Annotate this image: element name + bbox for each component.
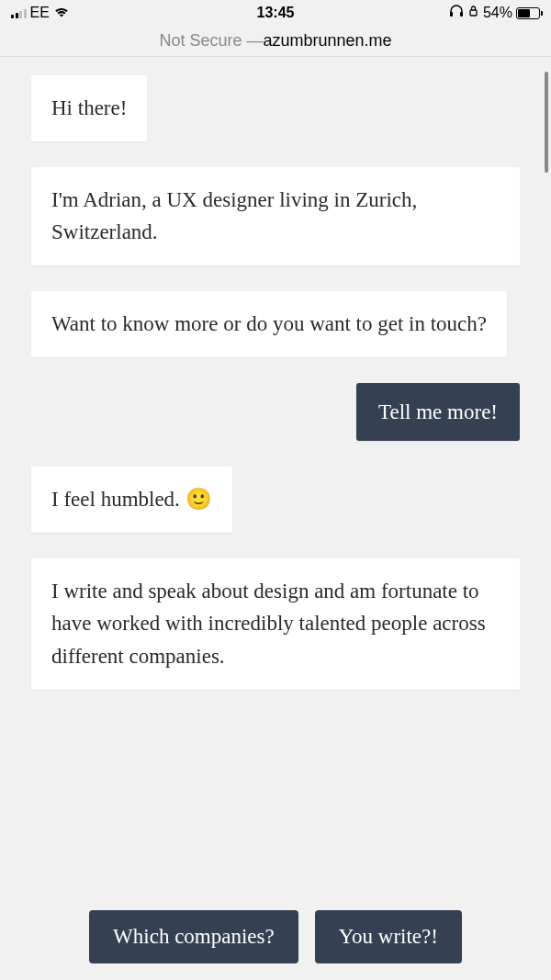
headphones-icon xyxy=(449,5,464,21)
reply-actions: Which companies? You write?! xyxy=(0,910,551,963)
battery-icon xyxy=(516,7,540,19)
which-companies-button[interactable]: Which companies? xyxy=(89,910,298,963)
carrier-label: EE xyxy=(30,5,50,21)
status-bar: EE 13:45 54% xyxy=(0,0,551,26)
browser-url-bar[interactable]: Not Secure — azumbrunnen.me xyxy=(0,26,551,57)
you-write-button[interactable]: You write?! xyxy=(315,910,462,963)
security-label: Not Secure — xyxy=(159,31,263,51)
battery-percent: 54% xyxy=(483,5,512,21)
chat-container: Hi there! I'm Adrian, a UX designer livi… xyxy=(0,57,551,708)
status-right: 54% xyxy=(449,5,540,21)
svg-rect-2 xyxy=(470,10,477,16)
scrollbar[interactable] xyxy=(545,72,548,173)
wifi-icon xyxy=(53,5,70,21)
rotation-lock-icon xyxy=(467,5,479,21)
user-message: Tell me more! xyxy=(356,383,520,442)
clock: 13:45 xyxy=(257,5,295,21)
svg-rect-0 xyxy=(450,12,453,17)
bot-message: I'm Adrian, a UX designer living in Zuri… xyxy=(31,167,520,265)
bot-message: Want to know more or do you want to get … xyxy=(31,291,507,357)
domain-label: azumbrunnen.me xyxy=(263,31,391,51)
bot-message: I write and speak about design and am fo… xyxy=(31,558,520,690)
bot-message: Hi there! xyxy=(31,75,147,141)
status-left: EE xyxy=(11,5,70,21)
bot-message: I feel humbled. 🙂 xyxy=(31,467,232,533)
signal-icon xyxy=(11,7,27,18)
svg-rect-1 xyxy=(460,12,463,17)
